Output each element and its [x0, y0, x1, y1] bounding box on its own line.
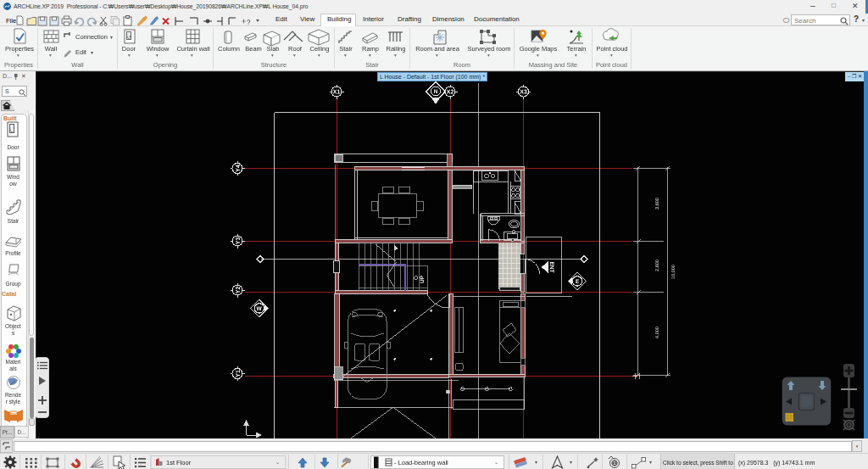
svg-text:X1: X1: [333, 89, 341, 95]
svg-text:4,000: 4,000: [655, 327, 660, 338]
svg-text:X2: X2: [447, 89, 454, 95]
svg-text:UP: UP: [420, 275, 426, 283]
svg-text:E: E: [576, 279, 580, 285]
svg-text:?: ?: [247, 19, 251, 26]
svg-text:2,600: 2,600: [655, 260, 660, 271]
svg-text:3,600: 3,600: [655, 198, 660, 209]
svg-text:X3: X3: [520, 89, 527, 95]
svg-text:+: +: [242, 17, 246, 25]
svg-text:W: W: [257, 306, 263, 312]
svg-text:Y2: Y2: [236, 287, 242, 294]
svg-text:10,000: 10,000: [671, 265, 676, 279]
svg-text:Y4: Y4: [236, 165, 242, 172]
svg-text:Y1: Y1: [236, 370, 242, 377]
svg-text:ENT: ENT: [548, 262, 554, 273]
svg-text:Y3: Y3: [236, 237, 242, 245]
svg-text:N: N: [434, 89, 438, 95]
